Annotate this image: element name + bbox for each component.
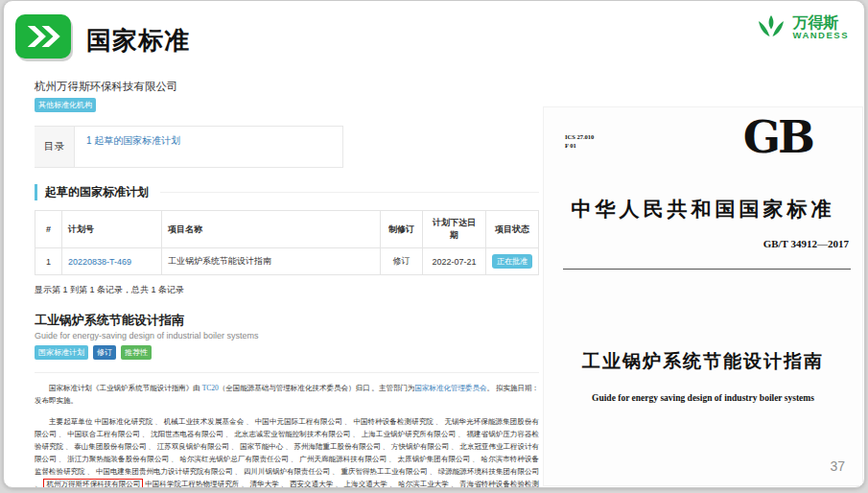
standard-code: GB/T 34912—2017 [763, 238, 849, 249]
tc20-link[interactable]: TC20 [202, 384, 219, 392]
standard-plan-webpage: 杭州万得斯环保科技有限公司 其他标准化机构 目录 1 起草的国家标准计划 起草的… [35, 80, 539, 488]
tag-revision: 修订 [93, 345, 116, 360]
logo-name-zh: 万得斯 [792, 15, 849, 32]
plan-title-zh: 工业锅炉系统节能设计指南 [35, 312, 539, 329]
company-highlight-box: 杭州万得斯环保科技有限公司 [43, 479, 143, 488]
pagination-text: 显示第 1 到第 1 条记录，总共 1 条记录 [35, 284, 539, 296]
th-index: # [35, 211, 62, 248]
plan-tags: 国家标准计划 修订 推荐性 [35, 345, 539, 360]
ics-code: ICS 27.010 F 01 [565, 132, 594, 150]
section-rule [160, 192, 539, 193]
wandess-logo: 万得斯 WANDESS [756, 12, 849, 43]
plan-table-row: 1 20220838-T-469 工业锅炉系统节能设计指南 修订 2022-07… [35, 248, 539, 275]
toc-box: 目录 1 起草的国家标准计划 [35, 126, 343, 168]
plans-table-header-row: # 计划号 项目名称 制修订 计划下达日期 项目状态 [35, 211, 539, 248]
para2-text-1: 主要起草单位 中国标准化研究院 、 机械工业技术发展基金会 、 中国中元国际工程… [35, 417, 539, 488]
th-revision: 制修订 [381, 211, 423, 248]
tag-recommended: 推荐性 [121, 345, 152, 360]
wandess-logo-text: 万得斯 WANDESS [792, 15, 849, 41]
slide: 国家标准 万得斯 WANDESS 杭州万得斯环保科技有限公司 其他标准化机构 目… [3, 0, 865, 488]
toc-link[interactable]: 1 起草的国家标准计划 [86, 135, 180, 146]
th-project-name: 项目名称 [162, 211, 381, 248]
ics-line-1: ICS 27.010 [565, 132, 594, 141]
chevron-right-icon [21, 20, 65, 53]
cell-project-name: 工业锅炉系统节能设计指南 [162, 248, 381, 275]
divider [35, 372, 539, 373]
cell-status: 正在批准 [486, 248, 539, 275]
standard-cover: ICS 27.010 F 01 GB 中华人民共和国国家标准 GB/T 3491… [543, 106, 863, 486]
status-badge: 正在批准 [492, 254, 532, 269]
page-title: 国家标准 [86, 24, 190, 58]
para1-text-2: （全国能源基础与管理标准化技术委员会）归口 。主管部门为 [219, 384, 415, 392]
cover-rule [563, 269, 851, 270]
th-plan-no: 计划号 [62, 211, 162, 248]
th-issue-date: 计划下达日期 [423, 211, 486, 248]
section-title: 起草的国家标准计划 [35, 184, 149, 200]
cell-index: 1 [35, 248, 62, 275]
company-type-tag: 其他标准化机构 [35, 98, 96, 112]
cell-issue-date: 2022-07-21 [423, 248, 486, 275]
sac-link[interactable]: 国家标准化管理委员会 [414, 384, 486, 392]
page-number: 37 [830, 458, 845, 474]
tag-national-plan: 国家标准计划 [35, 345, 88, 360]
cell-plan-no: 20220838-T-469 [62, 248, 162, 275]
toc-label: 目录 [35, 127, 75, 167]
cover-title-zh: 工业锅炉系统节能设计指南 [544, 349, 862, 374]
wandess-leaf-icon [756, 12, 786, 43]
cell-revision: 修订 [381, 248, 423, 275]
gb-logo: GB [743, 111, 812, 163]
cover-heading: 中华人民共和国国家标准 [544, 196, 862, 223]
company-name: 杭州万得斯环保科技有限公司 [35, 80, 539, 94]
para-plan-info: 国家标准计划《工业锅炉系统节能设计指南》由 TC20（全国能源基础与管理标准化技… [35, 382, 539, 407]
para1-text-1: 国家标准计划《工业锅炉系统节能设计指南》由 [49, 384, 202, 392]
ics-line-2: F 01 [565, 141, 594, 150]
th-status: 项目状态 [486, 211, 539, 248]
para-drafting-units: 主要起草单位 中国标准化研究院 、 机械工业技术发展基金会 、 中国中元国际工程… [35, 415, 539, 488]
logo-name-en: WANDESS [792, 31, 849, 40]
plan-no-link[interactable]: 20220838-T-469 [68, 257, 131, 267]
section-header: 起草的国家标准计划 [35, 184, 539, 200]
double-chevron-icon [15, 14, 71, 59]
plans-table: # 计划号 项目名称 制修订 计划下达日期 项目状态 1 20220838-T-… [35, 210, 539, 275]
toc-body: 1 起草的国家标准计划 [75, 127, 192, 167]
cover-title-en: Guide for energy saving design of indust… [544, 393, 862, 403]
plan-title-en: Guide for energy-saving design of indust… [35, 331, 539, 340]
